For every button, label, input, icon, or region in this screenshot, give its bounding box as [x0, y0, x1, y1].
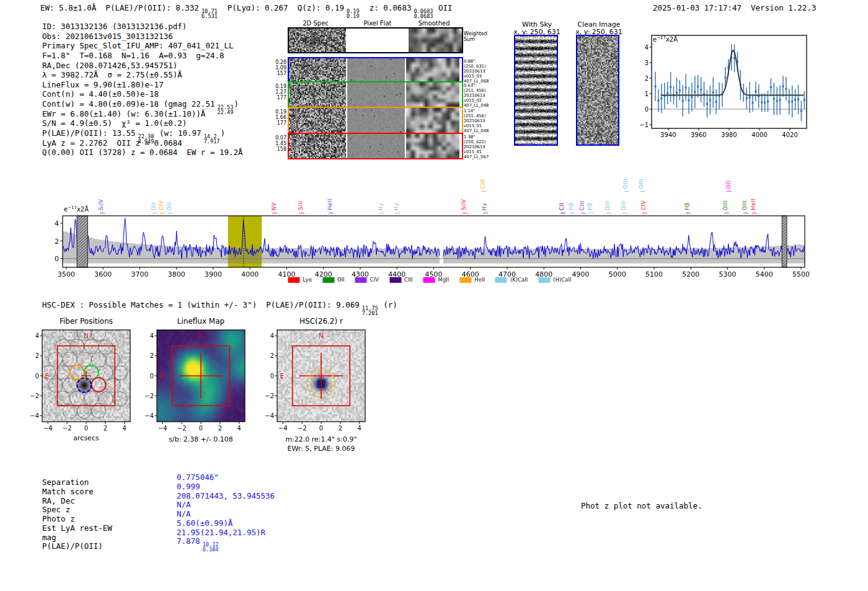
row4-right-labels: 1.38"(250, 622)20210613v015_01407_LL_067 — [464, 135, 500, 159]
row2-2dspec-image — [289, 82, 346, 107]
legend-label: CIV — [370, 277, 379, 283]
plae-fraction-2: 14.27.917 — [204, 134, 220, 144]
hsc-plae-fraction: 11.757.201 — [362, 306, 378, 316]
gmag-fraction: 22.5322.49 — [217, 105, 233, 115]
row2-left-labels: 0.191.27177 — [269, 84, 286, 101]
legend-item: (H)CaII — [538, 277, 571, 283]
info-obs: Obs: 20210613v015_3013132136 — [42, 32, 243, 42]
row3-right-labels: 1.14"(251, 456)20210613v015_01407_LL_048 — [464, 109, 500, 133]
match-table-values: 0.775046" 0.999 208.071443, 53.945536 N/… — [177, 473, 275, 552]
cutout-row-1 — [288, 57, 463, 82]
cutout-row-4 — [288, 133, 463, 159]
legend-item: CIII — [389, 277, 412, 283]
row1-left-labels: 0.261.09157 — [269, 60, 286, 77]
info-contw: Cont(w) = 4.80(±0.09)e-18 (gmag 22.5122.… — [42, 99, 243, 109]
info-q: Q(0.00) OII (3728) z = 0.0684 EW r = 19.… — [42, 148, 243, 158]
legend-swatch — [288, 277, 300, 283]
lineflux-map — [138, 325, 254, 437]
hsc-panel-title: HSC(26.2) r — [278, 317, 365, 326]
cutout-row-3 — [288, 107, 463, 134]
legend-swatch — [423, 277, 435, 283]
row1-pixelflat-image — [347, 58, 405, 81]
row1-smoothed-image — [406, 58, 459, 81]
fiber-xlabel: arcsecs — [27, 434, 145, 442]
weighted-flat-blank — [347, 29, 407, 52]
z-fraction: 0.06830.0683 — [414, 9, 433, 19]
lineflux-map-title: Lineflux Map — [157, 317, 244, 326]
plae-fraction: 10.716.531 — [202, 9, 218, 19]
row4-2dspec-image — [289, 134, 346, 158]
legend-label: HeII — [474, 277, 485, 283]
info-ewr: EWr = 6.80(±1.40) (w: 6.30(±1.10))Å — [42, 109, 243, 119]
info-radec: RA,Dec (208.071426,53.945751) — [42, 61, 243, 71]
hsc-r-image — [259, 325, 374, 437]
inset-unit-label: e−17x2Å — [653, 35, 678, 43]
col-header-pixelflat: Pixel Flat — [353, 20, 402, 27]
row3-pixelflat-image — [347, 108, 405, 133]
match-table-labels: Separation Match score RA, Dec Spec z Ph… — [42, 478, 112, 551]
legend-item: HeII — [459, 277, 485, 283]
with-sky-image — [515, 36, 557, 144]
info-contn: Cont(n) = 4.40(±0.50)e-18 — [42, 89, 243, 99]
weighted-sum-label: Weighted Sum — [464, 31, 487, 42]
weighted-smoothed-image — [409, 29, 462, 52]
match-plae-fraction: 10.126.384 — [203, 542, 219, 552]
legend-label: (H)CaII — [553, 277, 571, 283]
hsc-caption-1: m:22.0 re:1.4" s:0.9" — [262, 435, 380, 443]
row4-smoothed-image — [406, 134, 459, 158]
clean-image — [577, 36, 618, 144]
row1-right-labels: 0.88"(250, 631)20210613v015_03407_LL_068 — [464, 59, 500, 84]
info-seeing: F=1.8" T=0.168 N=1.16 A=0.93 g=24.8 — [42, 51, 243, 61]
info-id: ID: 3013132136 (3013132136.pdf) — [42, 22, 243, 32]
legend-item: CIV — [355, 277, 379, 283]
clean-image-panel — [576, 35, 619, 146]
fiber-positions-title: Fiber Positions — [43, 317, 130, 326]
row1-2dspec-image — [289, 58, 346, 81]
legend-label: (K)CaII — [510, 277, 528, 283]
spectrum-legend: LyαOIICIVCIIIMgIIHeII(K)CaII(H)CaII — [288, 277, 572, 283]
with-sky-panel — [514, 35, 558, 146]
col-header-2dspec: 2D Spec — [291, 20, 340, 27]
photz-note: Phot z plot not available. — [581, 501, 702, 510]
cutout-row-2 — [288, 81, 463, 108]
legend-swatch — [538, 277, 550, 283]
plae-value-row: 7.87810.126.384 — [177, 537, 275, 552]
legend-swatch — [389, 277, 401, 283]
legend-swatch — [459, 277, 471, 283]
legend-item: OII — [322, 277, 345, 283]
line-label-OII: OII{ — [726, 180, 732, 193]
legend-label: MgII — [438, 277, 450, 283]
col-header-smoothed: Smoothed — [409, 20, 459, 27]
row4-left-labels: 0.071.45158 — [269, 135, 286, 153]
elixer-report-page: EW: 5.8±1.0Å P(LAE)/P(OII): 8.33210.716.… — [0, 0, 868, 591]
info-sn: S/N = 4.9(±0.5) χ² = 1.0(±0.2) — [42, 118, 243, 128]
spectrum-unit-label: e−17x2Å — [64, 205, 89, 213]
line-fit-chart — [639, 29, 810, 144]
line-label-OIII: OIII{ — [639, 179, 644, 193]
fiber-positions-map — [24, 325, 139, 437]
legend-item: Lyα — [288, 277, 312, 283]
row3-left-labels: 0.191.66177 — [269, 109, 286, 127]
cutout-row-weighted — [288, 27, 463, 53]
info-lineflux: LineFlux = 9.90(±1.80)e-17 — [42, 80, 243, 90]
row2-pixelflat-image — [347, 82, 405, 107]
legend-swatch — [355, 277, 367, 283]
info-primary: Primary Spec_Slot_IFU_AMP: 407_041_021_L… — [42, 41, 243, 51]
info-lambda: λ = 3982.72Å σ = 2.75(±0.55)Å — [42, 70, 243, 80]
hsc-dex-line: HSC-DEX : Possible Matches = 1 (within +… — [42, 300, 397, 316]
row2-right-labels: 0.63"(251, 456)20210613v015_02407_LL_048 — [464, 83, 500, 108]
clean-image-title: Clean Imagex, y: 250, 631 — [568, 21, 630, 36]
row4-pixelflat-image — [347, 134, 405, 158]
row3-smoothed-image — [406, 108, 459, 133]
row2-smoothed-image — [406, 82, 459, 107]
lineflux-caption: s/b: 2.38 +/- 0.108 — [142, 435, 260, 443]
qz-fraction: 0.190.19 — [347, 9, 360, 19]
line-label-OIII: OIII{ — [623, 179, 629, 193]
weighted-2dspec-image — [289, 29, 346, 52]
legend-label: OII — [337, 277, 345, 283]
legend-item: MgII — [423, 277, 450, 283]
info-plae: P(LAE)/P(OII): 13.5522.388.949 (w: 10.97… — [42, 128, 243, 138]
summary-line: EW: 5.8±1.0Å P(LAE)/P(OII): 8.33210.716.… — [40, 3, 453, 19]
row3-2dspec-image — [289, 108, 346, 133]
legend-label: CIII — [404, 277, 412, 283]
